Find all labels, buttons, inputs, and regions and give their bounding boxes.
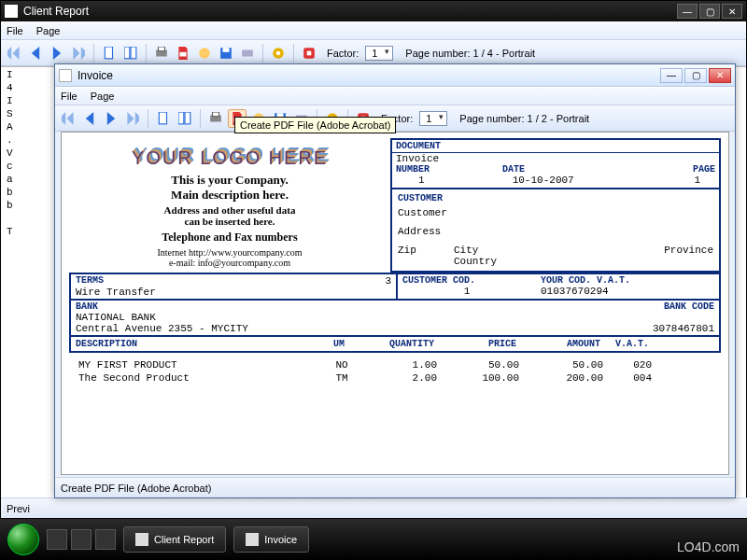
taskbar-button-invoice[interactable]: Invoice [233,526,309,553]
item-qty: 2.00 [359,372,442,384]
taskbar-label: Invoice [264,534,297,545]
col-vat: V.A.T. [605,337,654,351]
email-line: e-mail: info@yourcompany.com [75,258,385,268]
first-page-button[interactable] [5,44,23,63]
print-button[interactable] [206,109,225,128]
document-header: DOCUMENT [392,140,719,153]
outer-titlebar[interactable]: Client Report — ▢ ✕ [1,1,746,21]
svg-rect-0 [105,47,112,59]
inner-close-button[interactable]: ✕ [709,68,731,83]
single-page-icon[interactable] [154,109,173,128]
single-page-icon[interactable] [100,44,119,63]
print-setup-button[interactable] [238,44,257,63]
vat-label: YOUR COD. V.A.T. [541,275,714,286]
maximize-button[interactable]: ▢ [699,4,720,19]
doc-page: 1 [606,175,715,186]
next-page-button[interactable] [102,109,120,128]
terms-label: TERMS [76,275,385,287]
page-info: Page number: 1 / 4 - Portrait [405,48,535,59]
svg-rect-6 [223,48,230,52]
item-vat: 004 [608,372,656,384]
company-line2: Main description here. [75,188,385,203]
item-um: NO [324,359,359,371]
taskbar: Client Report Invoice [0,519,747,560]
svg-rect-13 [178,112,184,124]
date-label: DATE [502,164,609,175]
factor-select[interactable]: 1 [365,46,393,61]
close-button[interactable]: ✕ [722,4,742,19]
item-price: 100.00 [442,372,524,384]
item-qty: 1.00 [359,359,442,371]
svg-rect-14 [185,112,190,124]
inner-minimize-button[interactable]: — [660,68,683,83]
terms-value: Wire Transfer [76,287,391,298]
svg-rect-12 [159,112,166,124]
logo-placeholder: YOUR LOGO HERE [75,147,385,169]
number-label: NUMBER [396,164,502,175]
menu-page[interactable]: Page [36,25,61,36]
printer-icon [135,533,148,546]
customer-cod-label: CUSTOMER COD. [402,275,531,286]
page-label: PAGE [609,164,715,175]
customer-header: CUSTOMER [398,193,713,203]
factor-label: Factor: [327,48,359,59]
next-page-button[interactable] [48,44,66,63]
doc-type: Invoice [392,153,719,164]
svg-point-5 [199,48,210,59]
col-price: PRICE [439,337,521,351]
two-page-icon[interactable] [176,109,194,128]
addr-line1: Address and other useful data [75,204,385,216]
item-desc: The Second Product [74,372,324,384]
inner-statusbar: Create PDF File (Adobe Acrobat) [55,477,735,497]
quicklaunch-icon[interactable] [95,529,116,550]
terms-num: 3 [385,275,391,287]
svg-rect-2 [131,47,136,59]
inner-menu-page[interactable]: Page [91,91,115,102]
item-amount: 200.00 [524,372,608,384]
bank-name: NATIONAL BANK [76,312,714,323]
print-button[interactable] [152,44,171,63]
svg-rect-11 [307,50,312,55]
save-button[interactable] [217,44,235,63]
col-quantity: QUANTITY [357,337,439,351]
prev-page-button[interactable] [80,109,99,128]
outer-menubar: File Page [1,21,746,40]
watermark: LO4D.com [677,539,740,554]
bank-code: 3078467801 [653,323,714,334]
inner-maximize-button[interactable]: ▢ [684,68,707,83]
company-line1: This is your Company. [75,173,385,188]
export-button[interactable] [195,44,214,63]
province-value: Province [639,245,713,267]
taskbar-button-client-report[interactable]: Client Report [123,526,226,553]
bank-address: Central Avenue 2355 - MYCITY [76,323,653,334]
addr-line2: can be inserted here. [75,216,385,227]
printer-icon [246,533,259,546]
outer-status-text: Previ [7,503,30,514]
create-pdf-button[interactable] [174,44,192,63]
stop-button[interactable] [300,44,318,63]
factor-select[interactable]: 1 [419,111,447,126]
country-value: Country [454,256,639,267]
last-page-button[interactable] [69,44,88,63]
last-page-button[interactable] [123,109,142,128]
first-page-button[interactable] [59,109,78,128]
zip-value: Zip [398,245,454,267]
settings-button[interactable] [269,44,288,63]
two-page-icon[interactable] [121,44,140,63]
bank-code-label: BANK CODE [664,301,714,312]
menu-file[interactable]: File [7,25,23,36]
inner-window-title: Invoice [78,69,658,82]
prev-page-button[interactable] [26,44,45,63]
inner-titlebar[interactable]: Invoice — ▢ ✕ [55,64,735,87]
start-button[interactable] [7,524,39,555]
col-amount: AMOUNT [521,337,605,351]
col-um: UM [321,337,357,351]
item-vat: 020 [608,359,656,371]
outer-toolbar: Factor: 1 Page number: 1 / 4 - Portrait [1,40,746,66]
minimize-button[interactable]: — [677,4,698,19]
inner-menu-file[interactable]: File [61,91,78,102]
background-text: I 4 I S A . V c a b b T [7,68,48,238]
quicklaunch-icon[interactable] [47,529,67,550]
quicklaunch-icon[interactable] [71,529,92,550]
line-item: MY FIRST PRODUCT NO 1.00 50.00 50.00 020 [69,358,721,371]
